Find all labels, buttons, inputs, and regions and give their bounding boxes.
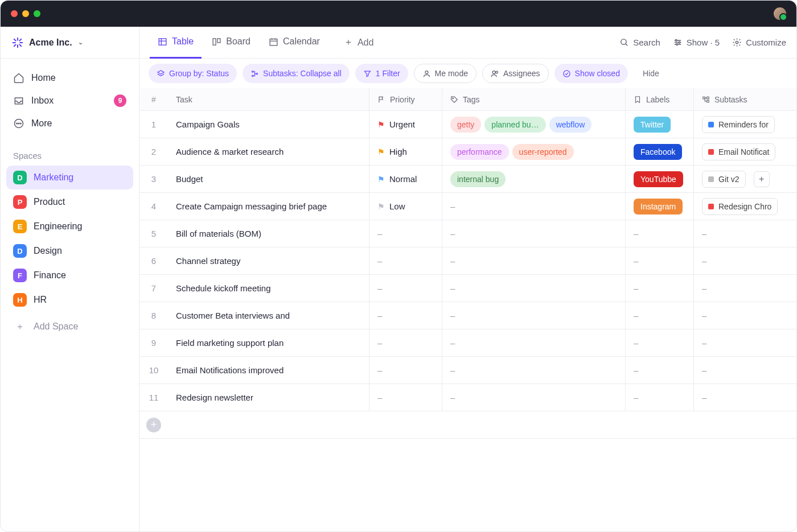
task-name[interactable]: Schedule kickoff meeting — [168, 275, 369, 302]
table-row[interactable]: 2Audience & market research⚑Highperforma… — [139, 138, 796, 166]
tab-board[interactable]: Board — [204, 27, 258, 59]
task-name[interactable]: Audience & market research — [168, 138, 369, 165]
subtask-chip[interactable]: Redesign Chro — [702, 198, 778, 215]
workspace-switcher[interactable]: Acme Inc. ⌄ — [1, 27, 139, 59]
table-row[interactable]: 7Schedule kickoff meeting–––– — [139, 275, 796, 302]
tags-cell[interactable]: getty planned bu… webflow — [442, 111, 626, 138]
space-item-product[interactable]: PProduct — [6, 190, 133, 214]
tags-cell[interactable]: – — [442, 329, 626, 356]
col-num[interactable]: # — [139, 88, 168, 110]
subtask-chip[interactable]: Git v2 — [702, 171, 746, 188]
labels-cell[interactable]: – — [626, 248, 694, 274]
label-badge[interactable]: Facebook — [634, 144, 682, 160]
priority-cell[interactable]: ⚑High — [369, 138, 442, 165]
labels-cell[interactable]: – — [626, 329, 694, 356]
table-row[interactable]: 5Bill of materials (BOM)–––– — [139, 220, 796, 248]
tags-cell[interactable]: – — [442, 193, 626, 220]
tags-cell[interactable]: – — [442, 357, 626, 383]
search-button[interactable]: Search — [619, 38, 660, 47]
table-row[interactable]: 1Campaign Goals⚑Urgentgetty planned bu… … — [139, 111, 796, 138]
priority-cell[interactable]: – — [369, 329, 442, 356]
labels-cell[interactable]: – — [626, 302, 694, 329]
subtasks-cell[interactable]: – — [694, 248, 796, 274]
filter-pill[interactable]: 1 Filter — [355, 64, 408, 83]
tag[interactable]: webflow — [549, 117, 592, 133]
col-priority[interactable]: Priority — [369, 88, 442, 110]
space-item-hr[interactable]: HHR — [6, 288, 133, 312]
priority-cell[interactable]: – — [369, 384, 442, 411]
col-subtasks[interactable]: Subtasks — [694, 88, 796, 110]
priority-cell[interactable]: – — [369, 275, 442, 302]
table-row[interactable]: 6Channel strategy–––– — [139, 248, 796, 275]
add-task-button[interactable]: + — [146, 418, 161, 432]
subtasks-cell[interactable]: – — [694, 329, 796, 356]
table-row[interactable]: 4Create Campaign messaging brief page⚑Lo… — [139, 193, 796, 220]
tag[interactable]: internal bug — [450, 171, 506, 187]
label-badge[interactable]: Instagram — [634, 199, 683, 215]
table-row[interactable]: 9Field marketing support plan–––– — [139, 329, 796, 357]
task-name[interactable]: Campaign Goals — [168, 111, 369, 138]
task-name[interactable]: Redesign newsletter — [168, 384, 369, 411]
table-row[interactable]: 3Budget⚑Normalinternal bugYouTubbeGit v2… — [139, 166, 796, 193]
subtasks-cell[interactable]: – — [694, 384, 796, 411]
label-badge[interactable]: YouTubbe — [634, 171, 683, 187]
subtasks-cell[interactable]: Reminders for — [694, 111, 796, 138]
subtasks-cell[interactable]: Redesign Chro — [694, 193, 796, 220]
user-avatar[interactable] — [774, 7, 786, 20]
label-badge[interactable]: Twitter — [634, 117, 671, 133]
task-name[interactable]: Budget — [168, 166, 369, 192]
add-space-button[interactable]: ＋ Add Space — [6, 315, 133, 339]
space-item-design[interactable]: DDesign — [6, 239, 133, 263]
table-row[interactable]: 10Email Notifications improved–––– — [139, 357, 796, 384]
priority-cell[interactable]: ⚑Urgent — [369, 111, 442, 138]
tab-calendar[interactable]: Calendar — [261, 27, 328, 59]
subtask-chip[interactable]: Reminders for — [702, 116, 775, 133]
priority-cell[interactable]: – — [369, 248, 442, 274]
subtasks-cell[interactable]: – — [694, 275, 796, 302]
tags-cell[interactable]: – — [442, 248, 626, 274]
priority-cell[interactable]: – — [369, 357, 442, 383]
priority-cell[interactable]: ⚑Normal — [369, 166, 442, 192]
subtasks-cell[interactable]: – — [694, 220, 796, 247]
labels-cell[interactable]: Facebook — [626, 138, 694, 165]
task-name[interactable]: Channel strategy — [168, 248, 369, 274]
nav-inbox[interactable]: Inbox 9 — [6, 89, 133, 112]
tags-cell[interactable]: – — [442, 275, 626, 302]
labels-cell[interactable]: – — [626, 357, 694, 383]
table-row[interactable]: 11Redesign newsletter–––– — [139, 384, 796, 411]
tag[interactable]: getty — [450, 117, 481, 133]
nav-more[interactable]: More — [6, 112, 133, 135]
tags-cell[interactable]: performance user-reported — [442, 138, 626, 165]
me-mode-pill[interactable]: Me mode — [414, 64, 476, 83]
col-task[interactable]: Task — [168, 88, 369, 110]
labels-cell[interactable]: – — [626, 220, 694, 247]
minimize-window-button[interactable] — [22, 10, 29, 17]
task-name[interactable]: Email Notifications improved — [168, 357, 369, 383]
task-name[interactable]: Create Campaign messaging brief page — [168, 193, 369, 220]
tag[interactable]: planned bu… — [484, 117, 545, 133]
task-name[interactable]: Bill of materials (BOM) — [168, 220, 369, 247]
show-closed-pill[interactable]: Show closed — [554, 64, 628, 83]
show-columns-button[interactable]: Show · 5 — [673, 38, 720, 47]
space-item-engineering[interactable]: EEngineering — [6, 215, 133, 238]
labels-cell[interactable]: – — [626, 384, 694, 411]
maximize-window-button[interactable] — [34, 10, 40, 17]
subtask-chip[interactable]: Email Notificat — [702, 143, 775, 160]
subtasks-pill[interactable]: Subtasks: Collapse all — [243, 64, 350, 83]
col-tags[interactable]: Tags — [442, 88, 626, 110]
space-item-marketing[interactable]: DMarketing — [6, 166, 133, 189]
add-view-button[interactable]: ＋ Add — [336, 36, 381, 48]
tags-cell[interactable]: internal bug — [442, 166, 626, 192]
assignees-pill[interactable]: Assignees — [482, 64, 549, 83]
tags-cell[interactable]: – — [442, 220, 626, 247]
labels-cell[interactable]: Instagram — [626, 193, 694, 220]
labels-cell[interactable]: YouTubbe — [626, 166, 694, 192]
group-by-pill[interactable]: Group by: Status — [149, 64, 237, 83]
tag[interactable]: performance — [450, 144, 509, 160]
labels-cell[interactable]: Twitter — [626, 111, 694, 138]
customize-button[interactable]: Customize — [732, 38, 786, 47]
priority-cell[interactable]: – — [369, 220, 442, 247]
labels-cell[interactable]: – — [626, 275, 694, 302]
close-window-button[interactable] — [11, 10, 18, 17]
task-name[interactable]: Customer Beta interviews and — [168, 302, 369, 329]
